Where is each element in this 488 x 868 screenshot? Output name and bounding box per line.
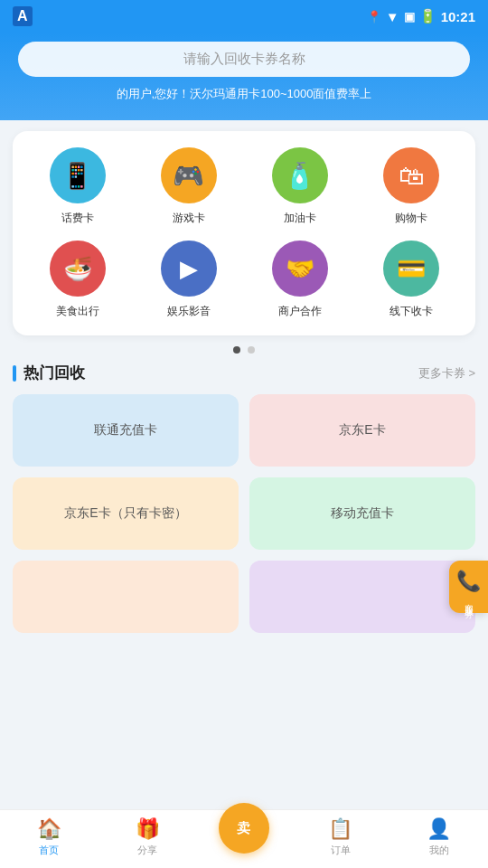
hot-item-jingdong1[interactable]: 京东E卡: [249, 394, 475, 467]
shanhu-icon: 🤝: [272, 241, 328, 297]
category-item-gouwu[interactable]: 🛍 购物卡: [355, 147, 466, 226]
category-item-youxi[interactable]: 🎮 游戏卡: [133, 147, 244, 226]
pagination-dots: [0, 346, 488, 354]
xianxia-icon: 💳: [383, 241, 439, 297]
float-service-button[interactable]: 📞 客服服务: [449, 561, 488, 613]
wifi-icon: ▼: [386, 9, 399, 24]
nav-mine[interactable]: 👤 我的: [412, 817, 466, 857]
marquee-text: 的用户,您好！沃尔玛通用卡100~1000面值费率上: [18, 86, 470, 102]
category-grid: 📱 话费卡 🎮 游戏卡 🧴 加油卡 🛍 购物卡: [22, 147, 466, 319]
youxi-label: 游戏卡: [173, 211, 205, 226]
hot-header: 热门回收 更多卡券 >: [13, 363, 475, 383]
search-bar[interactable]: 请输入回收卡券名称: [18, 42, 470, 77]
category-item-meishi[interactable]: 🍜 美食出行: [22, 241, 133, 319]
category-item-yule[interactable]: ▶ 娱乐影音: [133, 241, 244, 319]
category-card: 📱 话费卡 🎮 游戏卡 🧴 加油卡 🛍 购物卡: [13, 131, 475, 335]
yule-label: 娱乐影音: [167, 304, 211, 319]
hot-title: 热门回收: [23, 363, 85, 383]
float-service-label: 客服服务: [463, 597, 475, 604]
huafei-label: 话费卡: [61, 211, 94, 226]
dot-1: [233, 346, 240, 354]
home-icon: 🏠: [37, 817, 61, 841]
header: 请输入回收卡券名称 的用户,您好！沃尔玛通用卡100~1000面值费率上: [0, 33, 488, 120]
nav-order[interactable]: 📋 订单: [314, 817, 368, 857]
jiayou-icon: 🧴: [272, 147, 328, 203]
sell-label: 卖: [237, 820, 250, 837]
more-link[interactable]: 更多卡券 >: [418, 365, 475, 382]
meishi-icon: 🍜: [50, 241, 106, 297]
sell-button[interactable]: 卖: [219, 803, 269, 854]
category-item-xianxia[interactable]: 💳 线下收卡: [355, 241, 466, 319]
hot-section: 热门回收 更多卡券 > 联通充值卡 京东E卡 京东E卡（只有卡密） 移动充值卡: [13, 363, 475, 633]
main-content: 📱 话费卡 🎮 游戏卡 🧴 加油卡 🛍 购物卡: [0, 131, 488, 705]
search-placeholder: 请输入回收卡券名称: [183, 51, 305, 66]
gouwu-icon: 🛍: [383, 147, 439, 203]
nav-home-label: 首页: [39, 844, 59, 857]
share-icon: 🎁: [136, 817, 160, 841]
phone-icon: 📞: [456, 570, 481, 593]
app-icon: A: [13, 6, 33, 26]
category-item-jiayou[interactable]: 🧴 加油卡: [244, 147, 355, 226]
hot-grid: 联通充值卡 京东E卡 京东E卡（只有卡密） 移动充值卡: [13, 394, 475, 633]
shanhu-label: 商户合作: [278, 304, 322, 319]
nav-home[interactable]: 🏠 首页: [22, 817, 76, 857]
order-icon: 📋: [328, 817, 352, 841]
youxi-icon: 🎮: [161, 147, 217, 203]
category-item-huafei[interactable]: 📱 话费卡: [22, 147, 133, 226]
huafei-icon: 📱: [50, 147, 106, 203]
location-icon: 📍: [367, 10, 381, 24]
status-bar: A 📍 ▼ ▣ 🔋 10:21: [0, 0, 488, 33]
nav-share[interactable]: 🎁 分享: [120, 817, 174, 857]
hot-item-6[interactable]: [249, 561, 475, 633]
status-bar-right: 📍 ▼ ▣ 🔋 10:21: [367, 8, 475, 24]
gouwu-label: 购物卡: [395, 211, 427, 226]
mine-icon: 👤: [427, 817, 451, 841]
hot-item-liantong[interactable]: 联通充值卡: [13, 394, 239, 467]
status-bar-left: A: [13, 6, 33, 26]
nav-share-label: 分享: [137, 844, 157, 857]
xianxia-label: 线下收卡: [389, 304, 433, 319]
bottom-nav: 🏠 首页 🎁 分享 卖 📋 订单 👤 我的: [0, 809, 488, 868]
hot-title-wrapper: 热门回收: [13, 363, 85, 383]
hot-item-yidong[interactable]: 移动充值卡: [249, 477, 475, 550]
meishi-label: 美食出行: [56, 304, 99, 319]
dot-2: [248, 346, 255, 354]
jiayou-label: 加油卡: [284, 211, 316, 226]
time: 10:21: [441, 9, 475, 24]
hot-title-bar: [13, 365, 16, 382]
nav-order-label: 订单: [331, 844, 351, 857]
nav-mine-label: 我的: [429, 844, 449, 857]
hot-item-5[interactable]: [13, 561, 239, 633]
yule-icon: ▶: [161, 241, 217, 297]
signal-icon: ▣: [404, 10, 415, 24]
category-item-shanhu[interactable]: 🤝 商户合作: [244, 241, 355, 319]
battery-icon: 🔋: [419, 8, 436, 24]
hot-item-jingdong2[interactable]: 京东E卡（只有卡密）: [13, 477, 239, 550]
